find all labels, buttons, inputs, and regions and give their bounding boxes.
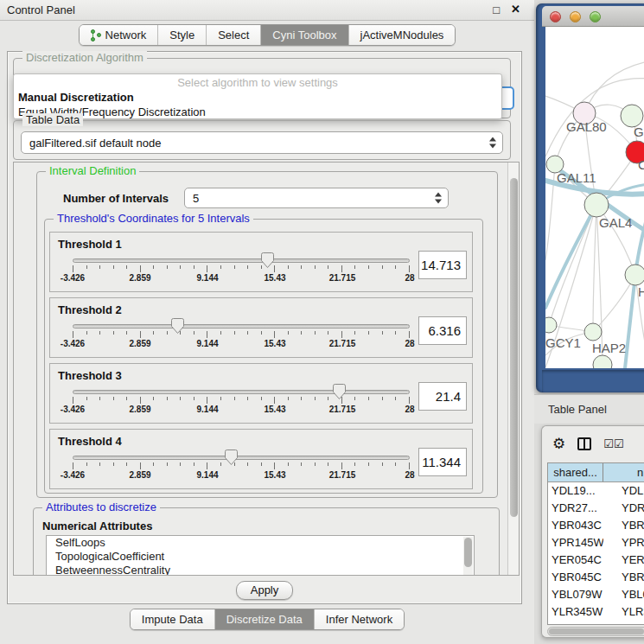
tick-label: 28 — [405, 339, 414, 348]
numerical-attributes-label: Numerical Attributes — [42, 520, 152, 532]
tick-label: -3.426 — [61, 273, 85, 283]
threshold-4-panel: Threshold 4 -3.4262.8599.14415.4321.7152… — [49, 429, 473, 489]
cell-name: YPR1 — [603, 534, 644, 552]
tick-label: -3.426 — [61, 339, 85, 348]
tab-infer-network[interactable]: Infer Network — [315, 609, 404, 629]
tab-select[interactable]: Select — [207, 25, 261, 45]
table-row[interactable]: YER054CYERO — [548, 552, 644, 569]
table-panel-title: Table Panel — [548, 403, 607, 416]
table-row[interactable]: YLR345WYLR3 — [548, 603, 644, 621]
table-header-row: shared... n — [548, 463, 644, 482]
node-label: GAL4 — [599, 215, 632, 230]
tab-jactivemnodules[interactable]: jActiveMNodules — [349, 25, 456, 45]
network-node[interactable] — [584, 323, 602, 341]
table-row[interactable]: YDR27...YDR2 — [548, 500, 644, 517]
numerical-attributes-list[interactable]: SelfLoopsTopologicalCoefficientBetweenne… — [46, 535, 475, 576]
table-row[interactable]: YBR045CYBRO — [548, 569, 644, 586]
dropdown-item-equal-width-frequency[interactable]: Equal Width/Frequency Discretization — [14, 105, 501, 119]
cell-shared-name: YBR045C — [548, 569, 603, 586]
table-horizontal-scrollbar[interactable] — [547, 627, 644, 636]
attribute-list-item[interactable]: TopologicalCoefficient — [47, 550, 474, 564]
tick-label: 21.715 — [329, 339, 356, 348]
tab-network[interactable]: Network — [80, 25, 159, 45]
threshold-3-value-field[interactable]: 21.4 — [418, 382, 467, 411]
threshold-1-slider[interactable]: -3.4262.8599.14415.4321.71528 — [73, 258, 410, 290]
attribute-list-item[interactable]: SelfLoops — [47, 536, 474, 550]
threshold-1-value-field[interactable]: 14.713 — [418, 251, 467, 279]
control-panel: Control Panel □ ✕ Network Style Select C… — [0, 0, 534, 644]
thresholds-group: Threshold's Coordinates for 5 Intervals … — [44, 219, 483, 494]
cell-shared-name: YDR27... — [548, 500, 603, 517]
threshold-2-value-field[interactable]: 6.316 — [418, 316, 467, 345]
network-view-window: GAL80GCGAL11GAL4GCY1HHAP2 — [536, 3, 644, 392]
mac-minimize-button[interactable] — [570, 11, 581, 22]
slider-thumb[interactable] — [171, 318, 184, 334]
algorithm-dropdown-popup: Select algorithm to view settings Manual… — [13, 73, 502, 119]
threshold-4-slider[interactable]: -3.4262.8599.14415.4321.71528 — [73, 456, 410, 487]
network-node[interactable] — [625, 265, 644, 285]
cell-name: YBRO — [603, 517, 644, 534]
control-panel-title: Control Panel — [7, 3, 75, 16]
cell-shared-name: YBR043C — [548, 517, 603, 534]
slider-thumb[interactable] — [225, 450, 238, 465]
tab-impute-data[interactable]: Impute Data — [131, 609, 215, 629]
tab-discretize-data[interactable]: Discretize Data — [215, 609, 315, 629]
slider-thumb[interactable] — [333, 384, 346, 399]
mac-close-button[interactable] — [550, 11, 561, 22]
network-node[interactable] — [593, 355, 612, 368]
table-row[interactable]: YBL079WYBL0 — [548, 586, 644, 603]
dropdown-item-placeholder[interactable]: Select algorithm to view settings — [14, 75, 501, 90]
threshold-2-panel: Threshold 2 -3.4262.8599.14415.4321.7152… — [49, 297, 473, 358]
discretization-algorithm-title: Discretization Algorithm — [22, 51, 147, 64]
table-row[interactable]: YBR043CYBRO — [548, 517, 644, 534]
table-row[interactable]: YIL052CYIL0 — [548, 621, 644, 625]
tick-label: 15.43 — [264, 405, 285, 414]
network-canvas[interactable]: GAL80GCGAL11GAL4GCY1HHAP2 — [545, 27, 644, 368]
attributes-group-title: Attributes to discretize — [42, 501, 160, 513]
threshold-3-label: Threshold 3 — [58, 369, 122, 382]
tab-style[interactable]: Style — [158, 25, 207, 45]
column-header-name[interactable]: n — [603, 463, 644, 481]
table-data-group: Table Data galFiltered.sif default node — [13, 120, 511, 160]
cell-name: YIL0 — [603, 621, 644, 625]
table-row[interactable]: YDL19...YDL1 — [548, 482, 644, 500]
column-header-shared-name[interactable]: shared... — [548, 463, 603, 481]
tick-label: 28 — [405, 273, 414, 283]
slider-thumb[interactable] — [261, 252, 274, 268]
network-node[interactable] — [584, 193, 609, 217]
cell-shared-name: YDL19... — [548, 482, 603, 500]
cell-shared-name: YPR145W — [548, 534, 603, 552]
threshold-3-slider[interactable]: -3.4262.8599.14415.4321.71528 — [73, 390, 410, 421]
tick-label: 9.144 — [196, 339, 218, 348]
tab-cyni-toolbox[interactable]: Cyni Toolbox — [261, 25, 348, 45]
cell-name: YERO — [603, 552, 644, 569]
node-label: GAL80 — [566, 119, 607, 134]
settings-scrollpane: Interval Definition Number of Intervals … — [13, 162, 520, 576]
table-row[interactable]: YPR145WYPR1 — [548, 534, 644, 552]
interval-definition-title: Interval Definition — [46, 164, 139, 177]
attribute-list-item[interactable]: BetweennessCentrality — [47, 564, 474, 576]
network-node[interactable] — [545, 317, 557, 333]
list-scrollbar[interactable] — [463, 537, 473, 576]
columns-icon[interactable] — [577, 437, 591, 450]
mac-zoom-button[interactable] — [590, 11, 601, 22]
apply-button[interactable]: Apply — [236, 581, 293, 600]
tick-label: -3.426 — [61, 470, 85, 480]
close-icon[interactable]: ✕ — [511, 3, 520, 16]
tick-label: 9.144 — [196, 405, 218, 414]
dropdown-item-manual-discretization[interactable]: Manual Discretization — [14, 90, 501, 105]
node-label: G — [634, 124, 644, 139]
table-data-combobox[interactable]: galFiltered.sif default node — [21, 131, 503, 154]
float-window-icon[interactable]: □ — [493, 3, 500, 16]
gear-icon[interactable]: ⚙ — [552, 437, 565, 451]
node-table[interactable]: shared... n YDL19...YDL1YDR27...YDR2YBR0… — [547, 462, 644, 625]
threshold-4-value-field[interactable]: 11.344 — [418, 448, 467, 476]
checkbox-icons[interactable]: ☑☑ — [603, 437, 623, 450]
cell-name: YDL1 — [603, 482, 644, 500]
threshold-2-slider[interactable]: -3.4262.8599.14415.4321.71528 — [73, 324, 410, 355]
tick-label: 2.859 — [129, 405, 150, 414]
number-of-intervals-combobox[interactable]: 5 — [184, 188, 449, 208]
settings-scrollbar[interactable] — [507, 163, 519, 575]
cell-name: YLR3 — [603, 603, 644, 621]
threshold-1-panel: Threshold 1 -3.4262.8599.14415.4321.7152… — [49, 232, 473, 292]
